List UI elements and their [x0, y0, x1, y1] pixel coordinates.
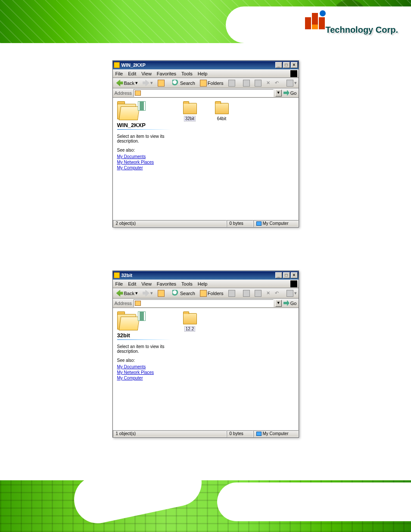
close-button[interactable]: ×	[291, 62, 298, 68]
folder-icon	[215, 103, 229, 114]
status-objects: 2 object(s)	[113, 220, 227, 227]
status-objects: 1 object(s)	[113, 430, 227, 437]
window-title: WIN_2KXP	[121, 62, 274, 68]
statusbar: 2 object(s) 0 bytes My Computer	[113, 219, 299, 227]
search-icon	[172, 290, 179, 297]
history-icon	[228, 80, 235, 87]
folders-button[interactable]: Folders	[198, 79, 225, 87]
folder-item[interactable]: 64bit	[211, 103, 233, 121]
addressbar: Address ▼ Go	[113, 88, 299, 98]
divider	[117, 339, 171, 340]
up-icon	[158, 290, 165, 297]
folder-label: 12.2	[184, 326, 195, 332]
views-icon	[286, 290, 293, 297]
minimize-button[interactable]: _	[275, 62, 282, 68]
up-button[interactable]	[156, 289, 166, 297]
up-icon	[158, 80, 165, 87]
big-folder-icon	[117, 311, 143, 330]
folders-button[interactable]: Folders	[198, 289, 225, 297]
link-my-documents[interactable]: My Documents	[117, 154, 171, 159]
folder-item[interactable]: 32bit	[179, 103, 201, 121]
menu-favorites[interactable]: Favorites	[157, 281, 176, 286]
banner-swoosh	[70, 480, 206, 528]
titlebar[interactable]: WIN_2KXP _ □ ×	[113, 61, 299, 69]
back-button[interactable]: Back ▾	[115, 289, 140, 297]
content-area: WIN_2KXP Select an item to view its desc…	[113, 98, 299, 219]
titlebar[interactable]: 32bit _ □ ×	[113, 271, 299, 280]
moveto-button[interactable]	[241, 79, 252, 87]
menu-edit[interactable]: Edit	[128, 281, 136, 286]
menu-help[interactable]: Help	[198, 281, 208, 286]
history-button[interactable]	[227, 79, 237, 87]
menu-tools[interactable]: Tools	[181, 71, 193, 76]
go-button[interactable]: Go	[283, 300, 297, 306]
maximize-button[interactable]: □	[283, 62, 290, 68]
undo-button[interactable]: ↶	[273, 80, 280, 86]
address-input[interactable]	[134, 299, 274, 307]
address-input[interactable]	[134, 89, 274, 97]
minimize-button[interactable]: _	[275, 272, 282, 278]
windows-logo-icon	[290, 280, 297, 287]
toolbar: Back ▾ ▾ Search Folders ✕ ↶ ▾	[113, 78, 299, 88]
status-location: My Computer	[253, 220, 299, 227]
folder-item[interactable]: 12.2	[179, 313, 201, 332]
status-bytes: 0 bytes	[227, 220, 253, 227]
copyto-button[interactable]	[253, 79, 263, 87]
delete-button[interactable]: ✕	[265, 290, 272, 296]
link-my-documents[interactable]: My Documents	[117, 364, 171, 369]
file-area[interactable]: 12.2	[177, 308, 299, 337]
computer-icon	[256, 432, 262, 436]
history-icon	[228, 290, 235, 297]
menu-help[interactable]: Help	[198, 71, 208, 76]
moveto-button[interactable]	[241, 289, 252, 297]
folder-icon	[183, 313, 197, 324]
menu-view[interactable]: View	[141, 281, 152, 286]
views-icon	[286, 80, 293, 87]
menu-edit[interactable]: Edit	[128, 71, 136, 76]
see-also-label: See also:	[117, 358, 171, 363]
explorer-window-2: 32bit _ □ × File Edit View Favorites Too…	[112, 271, 299, 438]
go-icon	[283, 90, 290, 96]
folder-label: 64bit	[216, 116, 228, 121]
delete-button[interactable]: ✕	[265, 80, 272, 86]
moveto-icon	[243, 80, 250, 87]
maximize-button[interactable]: □	[283, 272, 290, 278]
file-area[interactable]: 32bit 64bit	[177, 98, 299, 127]
history-button[interactable]	[227, 289, 237, 297]
forward-button[interactable]: ▾	[141, 79, 155, 87]
address-dropdown[interactable]: ▼	[275, 90, 282, 96]
link-my-computer[interactable]: My Computer	[117, 165, 171, 170]
close-button[interactable]: ×	[291, 272, 298, 278]
go-icon	[283, 300, 290, 306]
link-network-places[interactable]: My Network Places	[117, 160, 171, 165]
forward-icon	[143, 80, 149, 87]
undo-button[interactable]: ↶	[273, 290, 280, 296]
menu-tools[interactable]: Tools	[181, 281, 193, 286]
copyto-icon	[255, 80, 262, 87]
menu-file[interactable]: File	[115, 71, 123, 76]
status-location: My Computer	[253, 430, 299, 437]
copyto-button[interactable]	[253, 289, 263, 297]
address-dropdown[interactable]: ▼	[275, 300, 282, 307]
folder-name: WIN_2KXP	[117, 122, 171, 128]
menu-favorites[interactable]: Favorites	[157, 71, 176, 76]
folder-icon	[114, 62, 120, 68]
forward-icon	[143, 290, 149, 297]
up-button[interactable]	[156, 79, 166, 87]
statusbar: 1 object(s) 0 bytes My Computer	[113, 429, 299, 437]
menu-view[interactable]: View	[141, 71, 152, 76]
views-button[interactable]: ▾	[285, 79, 299, 87]
big-folder-icon	[117, 101, 143, 120]
forward-button[interactable]: ▾	[141, 289, 155, 297]
back-button[interactable]: Back ▾	[115, 79, 140, 87]
windows-logo-icon	[290, 70, 297, 77]
search-button[interactable]: Search	[171, 289, 197, 297]
link-my-computer[interactable]: My Computer	[117, 376, 171, 380]
go-button[interactable]: Go	[283, 90, 297, 96]
menubar: File Edit View Favorites Tools Help	[113, 69, 299, 78]
search-button[interactable]: Search	[171, 79, 197, 87]
views-button[interactable]: ▾	[285, 289, 299, 297]
link-network-places[interactable]: My Network Places	[117, 370, 171, 375]
menu-file[interactable]: File	[115, 281, 123, 286]
select-hint: Select an item to view its description.	[117, 344, 171, 354]
